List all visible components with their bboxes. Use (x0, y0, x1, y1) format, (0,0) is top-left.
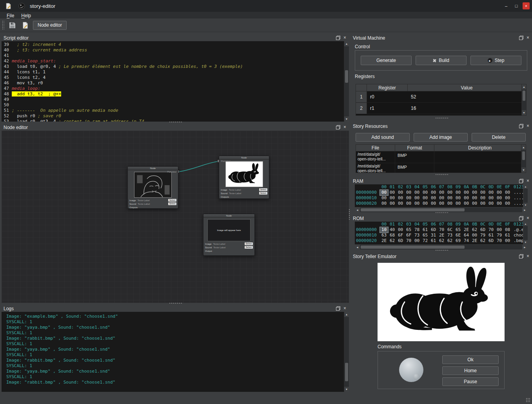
code-line[interactable]: 50 (2, 102, 344, 108)
hex-byte[interactable]: 00 (413, 201, 421, 206)
select-button[interactable]: Select (168, 199, 176, 202)
code-line[interactable]: 44 lcons t1, 1 (2, 69, 344, 75)
code-line[interactable]: 42media_loop_start: (2, 58, 344, 64)
hex-byte[interactable]: 00 (479, 195, 487, 201)
node-title[interactable]: Node (203, 214, 254, 218)
code-editor[interactable]: 39 ; t2: increment 440 ; t3: current med… (2, 41, 344, 122)
hex-byte[interactable]: 61 (421, 227, 429, 233)
home-button[interactable]: Home (442, 366, 499, 375)
hex-byte[interactable]: 62 (438, 238, 446, 244)
close-icon[interactable]: × (526, 124, 530, 128)
hex-byte[interactable]: 70 (487, 227, 495, 233)
hex-byte[interactable]: 64 (462, 233, 470, 238)
code-line[interactable]: 43 load t0, @r0, 4 ; Le premier élément … (2, 64, 344, 69)
close-icon[interactable]: × (343, 36, 347, 40)
minimize-button[interactable]: – (502, 2, 510, 9)
scrollbar-thumb[interactable] (523, 91, 525, 100)
file-column-header[interactable]: File (356, 145, 395, 151)
step-button[interactable]: ▶Step (470, 56, 521, 65)
hex-byte[interactable]: 00 (479, 190, 487, 195)
scrollbar-thumb[interactable] (345, 70, 348, 83)
hex-byte[interactable]: 70 (495, 238, 503, 244)
node-title[interactable]: Node (128, 167, 178, 170)
hex-byte[interactable]: 00 (429, 195, 438, 201)
float-icon[interactable] (519, 36, 523, 40)
hex-byte[interactable]: 00 (421, 195, 429, 201)
hex-row[interactable]: 000000001040006578616D706C652E626D700008… (355, 227, 523, 233)
hex-byte[interactable]: 61 (487, 233, 495, 238)
scroll-left-icon[interactable]: ◄ (355, 245, 360, 249)
code-line[interactable]: 46 mov t3, r0 (2, 80, 344, 86)
horizontal-scrollbar[interactable]: ◄ ► (355, 245, 527, 249)
menu-item-file[interactable]: File (3, 13, 18, 18)
hex-byte[interactable]: 00 (413, 190, 421, 195)
float-icon[interactable] (336, 306, 340, 311)
value-column-header[interactable]: Value (408, 84, 526, 91)
generate-button[interactable]: Generate (361, 56, 412, 65)
close-icon[interactable]: × (526, 254, 530, 258)
select-button[interactable]: Select (245, 242, 253, 245)
hex-byte[interactable]: 00 (405, 190, 413, 195)
float-icon[interactable] (336, 36, 340, 40)
hex-byte[interactable]: 00 (470, 201, 479, 206)
scroll-down-icon[interactable]: ▼ (344, 387, 349, 392)
scrollbar-thumb[interactable] (361, 208, 465, 211)
vertical-scrollbar[interactable]: ▲ ▼ (521, 84, 526, 115)
hex-byte[interactable]: 61 (503, 233, 512, 238)
node-editor-toolbar-button[interactable]: Node editor (33, 21, 67, 30)
hex-byte[interactable]: 63 (380, 233, 388, 238)
resize-grip[interactable] (526, 398, 530, 402)
hex-byte[interactable]: 00 (396, 195, 405, 201)
splitter-handle[interactable] (436, 212, 448, 213)
hex-byte[interactable]: 10 (380, 227, 388, 233)
hex-byte[interactable]: 00 (429, 201, 438, 206)
vertical-scrollbar[interactable]: ▲ ▼ (523, 222, 528, 244)
hex-byte[interactable]: 08 (503, 227, 512, 233)
hex-byte[interactable]: 2E (380, 238, 388, 244)
hex-byte[interactable]: 2E (470, 238, 479, 244)
close-icon[interactable]: × (526, 36, 530, 40)
hex-row[interactable]: 0000001063686F6F7365312E736E640079617961… (355, 233, 523, 238)
code-line[interactable]: 45 lcons t2, 4 (2, 75, 344, 80)
scroll-left-icon[interactable]: ◄ (355, 207, 360, 212)
hex-byte[interactable]: 00 (438, 201, 446, 206)
hex-byte[interactable]: 00 (462, 195, 470, 201)
menu-item-help[interactable]: Help (18, 13, 34, 18)
scrollbar-thumb[interactable] (522, 151, 525, 160)
code-line[interactable]: 41 (2, 53, 344, 58)
code-line[interactable]: 47media_loop: (2, 86, 344, 91)
hex-byte[interactable]: 00 (479, 201, 487, 206)
hex-byte[interactable]: 00 (429, 190, 438, 195)
vertical-scrollbar[interactable]: ▲ ▼ (344, 41, 349, 122)
hex-byte[interactable]: 6D (479, 227, 487, 233)
hex-byte[interactable]: 00 (487, 201, 495, 206)
hex-byte[interactable]: 6D (396, 238, 405, 244)
hex-byte[interactable]: 00 (503, 238, 512, 244)
ok-button[interactable]: Ok (442, 355, 499, 364)
hex-byte[interactable]: 00 (462, 190, 470, 195)
jog-wheel[interactable] (399, 358, 423, 382)
hex-byte[interactable]: 00 (388, 195, 396, 201)
hex-byte[interactable]: 6C (446, 227, 454, 233)
hex-byte[interactable]: 00 (388, 201, 396, 206)
close-button[interactable]: × (523, 2, 530, 9)
scroll-up-icon[interactable]: ▲ (523, 222, 528, 226)
hex-byte[interactable]: 6D (429, 227, 438, 233)
add-sound-button[interactable]: Add sound (356, 133, 410, 142)
hex-byte[interactable]: 40 (388, 227, 396, 233)
code-line[interactable]: 49 (2, 97, 344, 102)
media-node-empty[interactable]: Node Image will appear here ImageTexte-L… (203, 214, 255, 256)
hex-byte[interactable]: 79 (495, 233, 503, 238)
node-canvas[interactable]: Node Port label ImageTexte-LabelSelectSo… (2, 131, 349, 303)
register-column-header[interactable]: Register (367, 84, 408, 91)
resource-row[interactable]: /mnt/data/git/open-story-tell...BMP (356, 151, 526, 163)
float-icon[interactable] (519, 254, 523, 258)
splitter-handle[interactable] (169, 121, 182, 123)
hex-byte[interactable]: 00 (495, 195, 503, 201)
scroll-up-icon[interactable]: ▲ (521, 145, 526, 150)
close-icon[interactable]: × (343, 306, 347, 311)
hex-byte[interactable]: 00 (503, 195, 512, 201)
hex-byte[interactable]: 00 (495, 190, 503, 195)
float-icon[interactable] (519, 179, 523, 183)
vertical-scrollbar[interactable]: ▲ ▼ (521, 145, 526, 173)
